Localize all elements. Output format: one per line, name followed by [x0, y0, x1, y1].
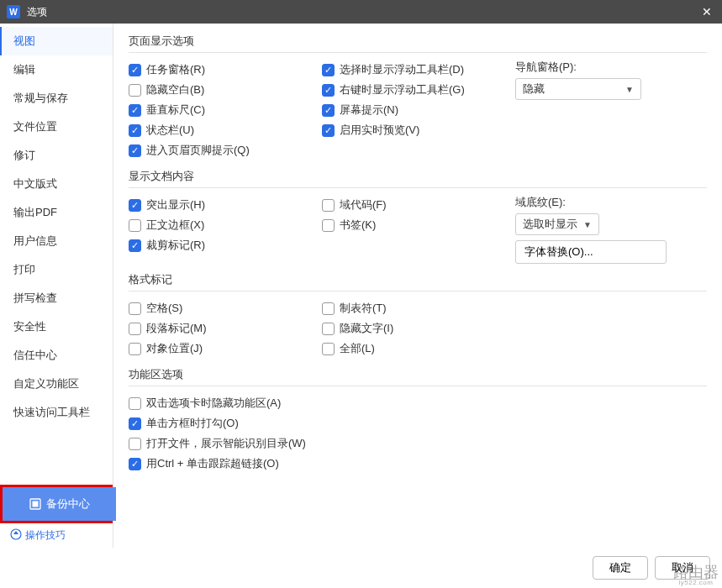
checkbox-box [129, 239, 141, 252]
tips-label: 操作技巧 [25, 528, 66, 543]
checkbox[interactable]: 屏幕提示(N) [322, 102, 515, 118]
chevron-down-icon: ▼ [625, 85, 634, 94]
checkbox-box [129, 199, 141, 212]
checkbox[interactable]: 打开文件，展示智能识别目录(W) [129, 436, 707, 451]
checkbox-label: 突出显示(H) [146, 197, 205, 213]
section-title: 功能区选项 [129, 367, 707, 386]
sidebar-item[interactable]: 安全性 [0, 312, 113, 341]
checkbox[interactable]: 垂直标尺(C) [129, 102, 322, 118]
checkbox-box [322, 124, 335, 137]
sidebar-item[interactable]: 快速访问工具栏 [0, 398, 113, 427]
sidebar-item[interactable]: 自定义功能区 [0, 370, 113, 398]
checkbox-box [129, 219, 141, 232]
sidebar-item[interactable]: 中文版式 [0, 170, 113, 198]
font-substitution-label: 字体替换(O)... [524, 244, 593, 260]
field-shading-select[interactable]: 选取时显示 ▼ [515, 213, 599, 235]
sidebar-item[interactable]: 文件位置 [0, 113, 113, 141]
checkbox-label: 段落标记(M) [146, 321, 207, 336]
checkbox-box [129, 124, 141, 137]
checkbox-box [322, 199, 335, 212]
checkbox[interactable]: 任务窗格(R) [129, 62, 322, 77]
checkbox-box [129, 302, 141, 315]
checkbox-box [129, 417, 141, 430]
checkbox-label: 隐藏空白(B) [146, 82, 204, 97]
checkbox-label: 垂直标尺(C) [146, 102, 205, 118]
checkbox[interactable]: 书签(K) [322, 218, 515, 233]
sidebar-item[interactable]: 打印 [0, 255, 113, 284]
checkbox[interactable]: 裁剪标记(R) [129, 238, 322, 253]
dialog-body: 视图编辑常规与保存文件位置修订中文版式输出PDF用户信息打印拼写检查安全性信任中… [0, 24, 722, 548]
sidebar-item[interactable]: 编辑 [0, 55, 113, 84]
app-icon: W [7, 5, 20, 18]
checkbox[interactable]: 进入页眉页脚提示(Q) [129, 143, 322, 158]
dialog-title: 选项 [27, 5, 698, 19]
sidebar-item[interactable]: 输出PDF [0, 198, 113, 227]
checkbox-label: 域代码(F) [340, 197, 387, 213]
chevron-down-icon: ▼ [583, 220, 592, 229]
checkbox[interactable]: 右键时显示浮动工具栏(G) [322, 82, 515, 97]
checkbox-label: 用Ctrl + 单击跟踪超链接(O) [146, 456, 279, 471]
section-ribbon-options: 功能区选项 双击选项卡时隐藏功能区(A)单击方框时打勾(O)打开文件，展示智能识… [129, 367, 707, 474]
checkbox[interactable]: 空格(S) [129, 301, 322, 316]
content-panel: 页面显示选项 任务窗格(R)隐藏空白(B)垂直标尺(C)状态栏(U)进入页眉页脚… [113, 24, 722, 548]
section-title: 显示文档内容 [129, 169, 707, 188]
ok-button[interactable]: 确定 [593, 556, 648, 580]
backup-label: 备份中心 [46, 496, 90, 512]
sidebar-item[interactable]: 视图 [0, 27, 113, 55]
checkbox-box [322, 343, 335, 355]
options-dialog: W 选项 ✕ 视图编辑常规与保存文件位置修订中文版式输出PDF用户信息打印拼写检… [0, 0, 722, 588]
checkbox-label: 启用实时预览(V) [340, 123, 419, 138]
sidebar-nav: 视图编辑常规与保存文件位置修订中文版式输出PDF用户信息打印拼写检查安全性信任中… [0, 24, 113, 485]
checkbox-box [322, 84, 335, 97]
section-page-display: 页面显示选项 任务窗格(R)隐藏空白(B)垂直标尺(C)状态栏(U)进入页眉页脚… [129, 34, 707, 160]
section-title: 页面显示选项 [129, 34, 707, 53]
checkbox[interactable]: 隐藏空白(B) [129, 82, 322, 97]
checkbox-label: 单击方框时打勾(O) [146, 416, 239, 431]
backup-icon [29, 498, 41, 510]
nav-pane-value: 隐藏 [523, 81, 545, 97]
checkbox-box [129, 323, 141, 335]
sidebar: 视图编辑常规与保存文件位置修订中文版式输出PDF用户信息打印拼写检查安全性信任中… [0, 24, 113, 548]
checkbox-label: 任务窗格(R) [146, 62, 205, 77]
font-substitution-button[interactable]: 字体替换(O)... [515, 240, 667, 264]
sidebar-item[interactable]: 修订 [0, 141, 113, 170]
checkbox-box [322, 104, 335, 117]
checkbox[interactable]: 域代码(F) [322, 197, 515, 213]
checkbox[interactable]: 对象位置(J) [129, 341, 322, 356]
checkbox-box [129, 343, 141, 355]
sidebar-item[interactable]: 拼写检查 [0, 284, 113, 312]
section-format-marks: 格式标记 空格(S)段落标记(M)对象位置(J) 制表符(T)隐藏文字(I)全部… [129, 272, 707, 359]
cancel-button[interactable]: 取消 [655, 556, 710, 580]
checkbox-box [129, 144, 141, 157]
checkbox[interactable]: 隐藏文字(I) [322, 321, 515, 336]
checkbox[interactable]: 选择时显示浮动工具栏(D) [322, 62, 515, 77]
checkbox-label: 对象位置(J) [146, 341, 203, 356]
checkbox[interactable]: 突出显示(H) [129, 197, 322, 213]
tips-link[interactable]: 操作技巧 [0, 523, 113, 548]
nav-pane-label: 导航窗格(P): [515, 60, 667, 75]
checkbox-box [322, 64, 335, 76]
section-title: 格式标记 [129, 272, 707, 291]
checkbox-box [129, 438, 141, 450]
nav-pane-select[interactable]: 隐藏 ▼ [515, 78, 641, 100]
checkbox[interactable]: 单击方框时打勾(O) [129, 416, 707, 431]
checkbox[interactable]: 制表符(T) [322, 301, 515, 316]
checkbox[interactable]: 正文边框(X) [129, 218, 322, 233]
sidebar-item[interactable]: 信任中心 [0, 341, 113, 370]
checkbox[interactable]: 用Ctrl + 单击跟踪超链接(O) [129, 456, 707, 471]
close-icon[interactable]: ✕ [698, 5, 715, 18]
checkbox-box [322, 219, 335, 232]
checkbox[interactable]: 全部(L) [322, 341, 515, 356]
checkbox-box [129, 397, 141, 410]
checkbox[interactable]: 状态栏(U) [129, 123, 322, 138]
checkbox[interactable]: 双击选项卡时隐藏功能区(A) [129, 396, 707, 411]
sidebar-item[interactable]: 用户信息 [0, 227, 113, 255]
checkbox-label: 裁剪标记(R) [146, 238, 205, 253]
checkbox[interactable]: 启用实时预览(V) [322, 123, 515, 138]
checkbox-label: 打开文件，展示智能识别目录(W) [146, 436, 306, 451]
checkbox-label: 屏幕提示(N) [340, 102, 398, 118]
checkbox-label: 选择时显示浮动工具栏(D) [340, 62, 464, 77]
backup-center-button[interactable]: 备份中心 [3, 487, 116, 521]
checkbox[interactable]: 段落标记(M) [129, 321, 322, 336]
sidebar-item[interactable]: 常规与保存 [0, 84, 113, 113]
